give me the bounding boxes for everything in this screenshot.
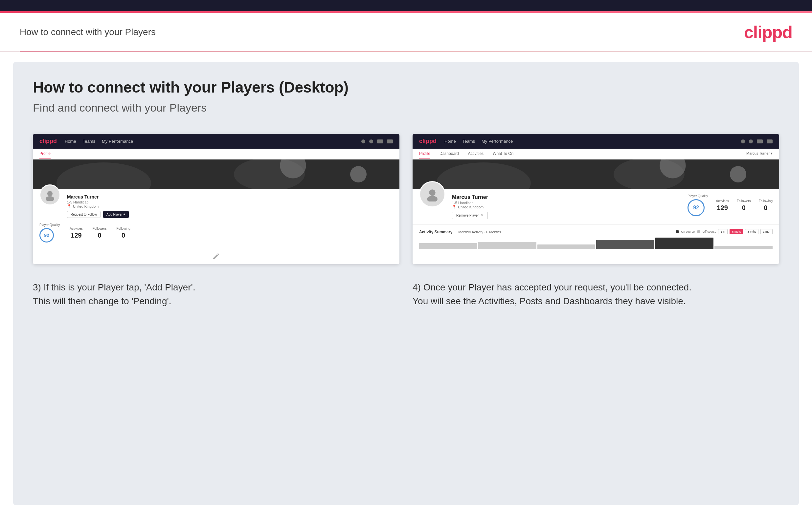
mock-hero-1 xyxy=(33,160,399,189)
mock-nav-icons-2 xyxy=(741,139,773,144)
legend-oncourse-label-2: On course xyxy=(681,230,695,233)
activity-section-2: Activity Summary Monthly Activity · 6 Mo… xyxy=(413,224,779,254)
quality-stat-1: Player Quality 92 xyxy=(39,223,60,242)
following-value-2: 0 xyxy=(759,204,773,212)
filter-1yr-button-2[interactable]: 1 yr xyxy=(718,229,727,234)
tab-dashboard-2[interactable]: Dashboard xyxy=(440,149,459,159)
main-content: How to connect with your Players (Deskto… xyxy=(13,62,799,505)
filter-3mths-button-2[interactable]: 3 mths xyxy=(745,229,758,234)
bar-1 xyxy=(419,243,477,249)
request-follow-button-1[interactable]: Request to Follow xyxy=(67,211,101,218)
bar-3 xyxy=(538,244,596,249)
screenshot-1: clippd Home Teams My Performance Profile xyxy=(33,134,399,264)
activity-subtitle-2: Monthly Activity · 6 Months xyxy=(458,230,501,234)
page-subtitle: Find and connect with your Players xyxy=(33,101,779,114)
quality-circle-2: 92 xyxy=(688,199,705,216)
mock-nav-myperformance-1: My Performance xyxy=(102,139,133,144)
mock-tabbar-2: Profile Dashboard Activities What To On … xyxy=(413,149,779,160)
following-value-1: 0 xyxy=(117,232,131,239)
following-stat-2: Following 0 xyxy=(759,199,773,212)
mock-nav-teams-2: Teams xyxy=(462,139,475,144)
mock-nav-icons-1 xyxy=(361,139,393,144)
mock-nav-home-1: Home xyxy=(65,139,76,144)
tab-profile-2[interactable]: Profile xyxy=(419,149,430,159)
player-handicap-2: 1-5 Handicap xyxy=(452,201,674,205)
filter-6mths-button-2[interactable]: 6 mths xyxy=(729,229,743,234)
descriptions-row: 3) If this is your Player tap, 'Add Play… xyxy=(33,281,779,308)
tab-whattoon-2[interactable]: What To On xyxy=(493,149,513,159)
svg-point-12 xyxy=(429,189,436,196)
followers-value-2: 0 xyxy=(737,204,751,212)
player-country-1: 📍 United Kingdom xyxy=(67,204,393,208)
mock-hero-2 xyxy=(413,160,779,189)
player-name-2: Marcus Turner xyxy=(452,194,674,200)
player-name-1: Marcus Turner xyxy=(67,194,393,200)
location-icon-1: 📍 xyxy=(67,204,71,208)
top-bar-stripe xyxy=(0,11,812,13)
mock-navbar-1: clippd Home Teams My Performance xyxy=(33,134,399,149)
globe-icon-1 xyxy=(387,139,393,144)
following-stat-1: Following 0 xyxy=(117,227,131,239)
mock-navbar-2: clippd Home Teams My Performance xyxy=(413,134,779,149)
description-text-4: 4) Once your Player has accepted your re… xyxy=(413,281,779,308)
svg-point-13 xyxy=(427,196,438,202)
activities-label-1: Activities xyxy=(70,227,83,230)
bar-6 xyxy=(714,246,773,249)
screenshots-row: clippd Home Teams My Performance Profile xyxy=(33,134,779,264)
activities-value-2: 129 xyxy=(716,204,729,212)
player-dropdown-2[interactable]: Marcus Turner ▾ xyxy=(746,149,773,159)
mock-profile-info-2: Marcus Turner 1-5 Handicap 📍 United King… xyxy=(452,194,674,219)
svg-point-5 xyxy=(47,191,53,196)
avatar-2 xyxy=(419,181,445,208)
quality-label-1: Player Quality xyxy=(39,223,60,227)
avatar-1 xyxy=(39,184,60,206)
following-label-2: Following xyxy=(759,199,773,203)
mock-stats-2: Player Quality 92 Activities 129 Followe… xyxy=(688,194,773,216)
logo: clippd xyxy=(744,22,792,42)
activities-value-1: 129 xyxy=(70,232,83,239)
legend-offcourse-dot-2 xyxy=(697,230,700,233)
remove-player-x-icon-2: ✕ xyxy=(480,213,484,218)
activity-filters-2: On course Off course 1 yr 6 mths 3 mths … xyxy=(676,229,773,234)
mock-profile-area-2: Marcus Turner 1-5 Handicap 📍 United King… xyxy=(413,189,779,224)
svg-point-6 xyxy=(46,196,54,201)
mock-buttons-2: Remove Player ✕ xyxy=(452,212,674,219)
mock-stats-1: Player Quality 92 Activities 129 Followe… xyxy=(33,223,399,248)
mock-nav-items-1: Home Teams My Performance xyxy=(65,139,353,144)
following-label-1: Following xyxy=(117,227,131,230)
top-bar xyxy=(0,0,812,13)
followers-stat-2: Followers 0 xyxy=(737,199,751,212)
search-icon-2 xyxy=(741,139,745,144)
legend-offcourse-label-2: Off course xyxy=(703,230,716,233)
mock-profile-info-1: Marcus Turner 1-5 Handicap 📍 United King… xyxy=(67,194,393,218)
filter-1mth-button-2[interactable]: 1 mth xyxy=(760,229,773,234)
mock-logo-2: clippd xyxy=(419,138,437,145)
bar-4 xyxy=(596,240,654,249)
mock-pencil-area-1 xyxy=(33,248,399,264)
mock-buttons-1: Request to Follow Add Player + xyxy=(67,211,393,218)
page-title: How to connect with your Players (Deskto… xyxy=(33,78,779,96)
pencil-icon-1 xyxy=(212,252,220,260)
tab-profile-1[interactable]: Profile xyxy=(39,149,51,159)
activity-header-2: Activity Summary Monthly Activity · 6 Mo… xyxy=(419,229,773,235)
legend-2: On course Off course xyxy=(676,230,716,233)
player-country-2: 📍 United Kingdom xyxy=(452,205,674,209)
tab-activities-2[interactable]: Activities xyxy=(468,149,484,159)
mock-profile-area-1: Marcus Turner 1-5 Handicap 📍 United King… xyxy=(33,189,399,223)
settings-icon-2 xyxy=(757,139,763,144)
quality-stat-2: Player Quality 92 xyxy=(688,194,708,216)
breadcrumb: How to connect with your Players xyxy=(20,27,156,38)
settings-icon-1 xyxy=(377,139,383,144)
mock-nav-myperformance-2: My Performance xyxy=(481,139,513,144)
followers-label-2: Followers xyxy=(737,199,751,203)
description-3: 3) If this is your Player tap, 'Add Play… xyxy=(33,281,399,308)
activity-title-2: Activity Summary xyxy=(419,230,452,234)
header: How to connect with your Players clippd xyxy=(0,13,812,52)
screenshot-2: clippd Home Teams My Performance Profile… xyxy=(413,134,779,264)
activity-chart-2 xyxy=(419,237,773,250)
bar-5 xyxy=(655,238,713,249)
location-icon-2: 📍 xyxy=(452,205,457,209)
remove-player-button-2[interactable]: Remove Player ✕ xyxy=(452,212,488,219)
add-player-button-1[interactable]: Add Player + xyxy=(103,211,129,218)
remove-player-label-2: Remove Player xyxy=(456,214,478,217)
